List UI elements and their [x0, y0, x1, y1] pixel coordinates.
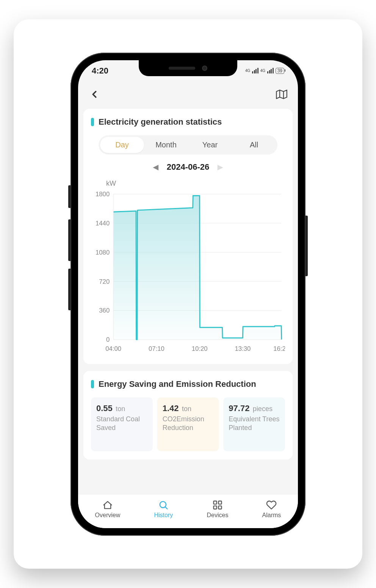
svg-text:10:20: 10:20	[192, 345, 208, 352]
search-icon	[158, 500, 169, 510]
saving-box-coal: 0.55 ton Standard Coal Saved	[91, 397, 153, 452]
svg-rect-23	[213, 501, 216, 504]
range-tab-year[interactable]: Year	[188, 137, 232, 153]
tab-devices[interactable]: Devices	[207, 500, 228, 519]
tree-label: Equivalent Trees Planted	[229, 415, 280, 433]
tab-alarms-label: Alarms	[262, 512, 281, 519]
svg-rect-26	[218, 506, 221, 509]
map-button[interactable]	[276, 89, 287, 102]
coal-label: Standard Coal Saved	[96, 415, 147, 433]
svg-text:1800: 1800	[96, 191, 110, 198]
coal-value: 0.55	[96, 403, 113, 413]
phone-frame: 4:20 4G 4G 39 Electric	[70, 53, 306, 536]
svg-text:360: 360	[99, 307, 110, 314]
savings-card: Energy Saving and Emission Reduction 0.5…	[83, 371, 293, 460]
status-time: 4:20	[92, 66, 108, 76]
range-tab-all[interactable]: All	[232, 137, 276, 153]
nav-bar	[78, 81, 298, 109]
range-tab-month[interactable]: Month	[144, 137, 188, 153]
svg-text:13:30: 13:30	[235, 345, 251, 352]
tab-devices-label: Devices	[207, 512, 228, 519]
date-next-button[interactable]: ▶	[218, 163, 223, 171]
phone-notch	[139, 60, 237, 76]
stats-card: Electricity generation statistics Day Mo…	[83, 109, 293, 364]
savings-grid: 0.55 ton Standard Coal Saved 1.42 ton CO…	[91, 397, 285, 452]
saving-box-tree: 97.72 pieces Equivalent Trees Planted	[223, 397, 285, 452]
chart-canvas: 036072010801440180004:0007:1010:2013:301…	[91, 189, 285, 356]
map-icon	[276, 89, 287, 100]
svg-text:04:00: 04:00	[105, 345, 121, 352]
battery-icon: 39	[276, 68, 284, 74]
power-chart[interactable]: kW 036072010801440180004:0007:1010:2013:…	[91, 180, 285, 356]
date-picker: ◀ 2024-06-26 ▶	[91, 162, 285, 172]
svg-rect-25	[213, 506, 216, 509]
tab-overview-label: Overview	[95, 512, 121, 519]
saving-box-co2: 1.42 ton CO2Emission Reduction	[157, 397, 219, 452]
svg-line-22	[165, 507, 168, 509]
savings-card-title: Energy Saving and Emission Reduction	[91, 379, 285, 389]
content-scroll[interactable]: Electricity generation statistics Day Mo…	[78, 109, 298, 494]
outer-card: 4:20 4G 4G 39 Electric	[14, 19, 362, 569]
signal-icon-2	[267, 68, 274, 74]
svg-rect-24	[218, 501, 221, 504]
home-icon	[102, 500, 113, 510]
co2-label: CO2Emission Reduction	[163, 415, 214, 433]
signal-icon	[252, 68, 258, 74]
tree-unit: pieces	[253, 405, 273, 413]
date-value[interactable]: 2024-06-26	[167, 162, 210, 172]
back-button[interactable]	[89, 89, 100, 102]
tab-bar: Overview History Devices Alarms	[78, 494, 298, 528]
svg-text:0: 0	[106, 336, 110, 343]
co2-value: 1.42	[163, 403, 179, 413]
heart-icon	[266, 500, 277, 510]
status-network-label: 4G	[245, 69, 250, 73]
svg-text:07:10: 07:10	[149, 345, 164, 352]
co2-unit: ton	[182, 405, 191, 413]
svg-text:16:20: 16:20	[273, 345, 285, 352]
grid-icon	[212, 500, 223, 510]
phone-screen: 4:20 4G 4G 39 Electric	[78, 60, 298, 528]
tree-value: 97.72	[229, 403, 249, 413]
tab-overview[interactable]: Overview	[95, 500, 121, 519]
stats-card-title: Electricity generation statistics	[91, 117, 285, 127]
tab-history[interactable]: History	[154, 500, 173, 519]
coal-unit: ton	[116, 405, 125, 413]
svg-text:1080: 1080	[96, 249, 110, 256]
svg-text:1440: 1440	[96, 219, 110, 227]
range-tabs: Day Month Year All	[99, 135, 277, 155]
range-tab-day[interactable]: Day	[100, 137, 144, 153]
date-prev-button[interactable]: ◀	[153, 163, 158, 171]
svg-marker-0	[276, 90, 287, 99]
chart-y-unit: kW	[106, 180, 285, 188]
chevron-left-icon	[89, 89, 100, 100]
svg-text:720: 720	[99, 278, 110, 285]
tab-alarms[interactable]: Alarms	[262, 500, 281, 519]
tab-history-label: History	[154, 512, 173, 519]
